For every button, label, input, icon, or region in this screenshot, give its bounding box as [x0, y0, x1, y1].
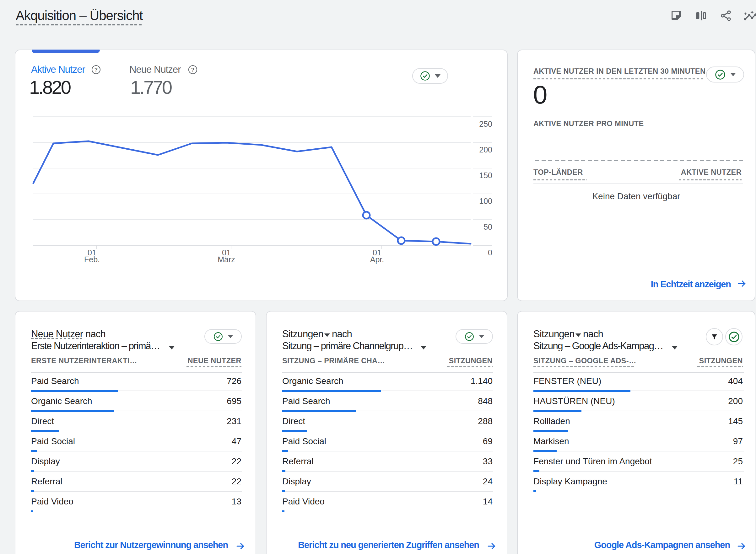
svg-text:100: 100 [479, 197, 492, 206]
svg-text:150: 150 [479, 171, 492, 180]
svg-text:200: 200 [479, 145, 492, 154]
svg-text:50: 50 [484, 222, 492, 231]
svg-text:März: März [217, 255, 235, 264]
svg-text:Feb.: Feb. [84, 255, 100, 264]
svg-text:Apr.: Apr. [370, 255, 384, 264]
svg-text:250: 250 [479, 119, 492, 128]
svg-text:0: 0 [488, 248, 492, 257]
